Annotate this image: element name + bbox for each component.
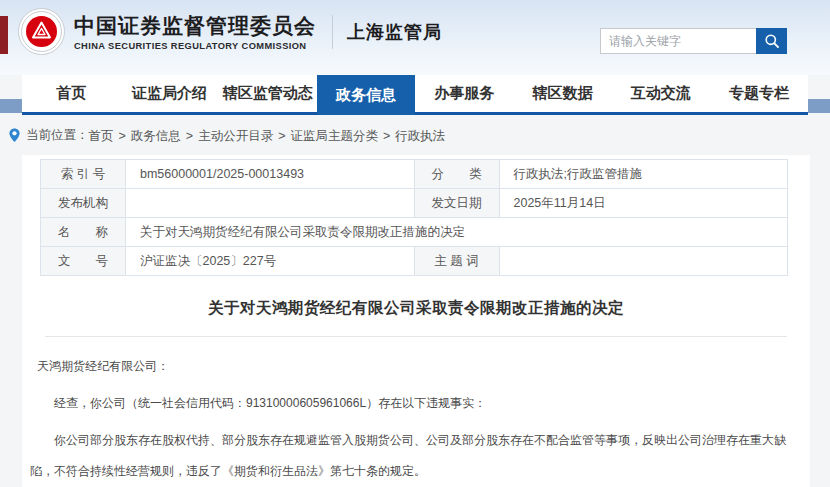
breadcrumb-link-3[interactable]: 主动公开目录 <box>198 129 273 143</box>
nav-item-7[interactable]: 互动交流 <box>612 75 710 112</box>
meta-value: 沪证监决〔2025〕227号 <box>126 247 415 276</box>
nav-item-2[interactable]: 证监局介绍 <box>120 75 218 112</box>
breadcrumb-items: 首页>政务信息>主动公开目录>证监局主题分类>行政执法 <box>89 126 446 145</box>
location-pin-icon <box>8 128 26 143</box>
main-nav: 首页证监局介绍辖区监管动态政务信息办事服务辖区数据互动交流专题专栏 <box>0 75 830 115</box>
nav-item-4[interactable]: 政务信息 <box>317 75 415 115</box>
meta-label: 索 引 号 <box>41 160 126 189</box>
meta-label: 发布机构 <box>41 189 126 218</box>
nav-left-decoration <box>0 99 22 113</box>
breadcrumb-separator: > <box>383 129 390 143</box>
meta-value: 关于对天鸿期货经纪有限公司采取责令限期改正措施的决定 <box>126 218 788 247</box>
nav-item-5[interactable]: 办事服务 <box>415 75 513 112</box>
meta-value: 2025年11月14日 <box>499 189 788 218</box>
csrc-logo-icon <box>18 8 65 55</box>
brand-separator <box>332 15 333 49</box>
meta-value <box>126 189 415 218</box>
nav-item-3[interactable]: 辖区监管动态 <box>219 75 317 112</box>
search-icon <box>764 33 780 49</box>
breadcrumb-link-2[interactable]: 政务信息 <box>131 129 181 143</box>
nav-item-8[interactable]: 专题专栏 <box>710 75 808 112</box>
meta-table-row: 索 引 号bm56000001/2025-00013493分 类行政执法;行政监… <box>41 160 788 189</box>
search-box <box>600 28 787 54</box>
brand-block: 中国证券监督管理委员会 CHINA SECURITIES REGULATORY … <box>18 8 442 55</box>
document-paragraph-3: 你公司部分股东存在股权代持、部分股东存在规避监管入股期货公司、公司及部分股东存在… <box>30 425 798 487</box>
org-name-cn: 中国证券监督管理委员会 <box>74 12 316 40</box>
title-divider <box>45 336 787 337</box>
breadcrumb-link-1[interactable]: 首页 <box>89 129 114 143</box>
nav-item-6[interactable]: 辖区数据 <box>513 75 611 112</box>
org-name-en: CHINA SECURITIES REGULATORY COMMISSION <box>74 41 316 51</box>
search-button[interactable] <box>756 28 787 54</box>
meta-label: 文 号 <box>41 247 126 276</box>
breadcrumb-separator: > <box>119 129 126 143</box>
nav-item-1[interactable]: 首页 <box>22 75 120 112</box>
breadcrumb-prefix: 当前位置： <box>26 127 89 144</box>
document-title: 关于对天鸿期货经纪有限公司采取责令限期改正措施的决定 <box>22 298 810 319</box>
document-paragraph-2: 经查，你公司（统一社会信用代码：91310000605961066L）存在以下违… <box>30 388 798 419</box>
meta-table-row: 名 称关于对天鸿期货经纪有限公司采取责令限期改正措施的决定 <box>41 218 788 247</box>
nav-bar: 首页证监局介绍辖区监管动态政务信息办事服务辖区数据互动交流专题专栏 <box>22 75 808 115</box>
site-header: 中国证券监督管理委员会 CHINA SECURITIES REGULATORY … <box>0 0 830 75</box>
meta-value: bm56000001/2025-00013493 <box>126 160 415 189</box>
bureau-name: 上海监管局 <box>347 20 442 44</box>
breadcrumb-separator: > <box>186 129 193 143</box>
meta-table-row: 文 号沪证监决〔2025〕227号主 题 词 <box>41 247 788 276</box>
search-input[interactable] <box>600 28 756 54</box>
document-meta-table: 索 引 号bm56000001/2025-00013493分 类行政执法;行政监… <box>40 159 788 276</box>
meta-value <box>499 247 788 276</box>
breadcrumb: 当前位置： 首页>政务信息>主动公开目录>证监局主题分类>行政执法 <box>0 115 830 155</box>
meta-label: 主 题 词 <box>414 247 499 276</box>
nav-right-decoration <box>808 99 830 113</box>
breadcrumb-separator: > <box>278 129 285 143</box>
document-body: 天鸿期货经纪有限公司：经查，你公司（统一社会信用代码：9131000060596… <box>22 351 810 487</box>
meta-value: 行政执法;行政监管措施 <box>499 160 788 189</box>
breadcrumb-link-5[interactable]: 行政执法 <box>395 129 445 143</box>
meta-table-row: 发布机构发文日期2025年11月14日 <box>41 189 788 218</box>
left-edge-banner <box>0 16 8 54</box>
meta-label: 发文日期 <box>414 189 499 218</box>
document-paragraph-1: 天鸿期货经纪有限公司： <box>30 351 798 382</box>
brand-text: 中国证券监督管理委员会 CHINA SECURITIES REGULATORY … <box>74 12 316 51</box>
breadcrumb-link-4[interactable]: 证监局主题分类 <box>290 129 378 143</box>
meta-label: 名 称 <box>41 218 126 247</box>
meta-label: 分 类 <box>414 160 499 189</box>
content-card: 索 引 号bm56000001/2025-00013493分 类行政执法;行政监… <box>22 155 810 487</box>
